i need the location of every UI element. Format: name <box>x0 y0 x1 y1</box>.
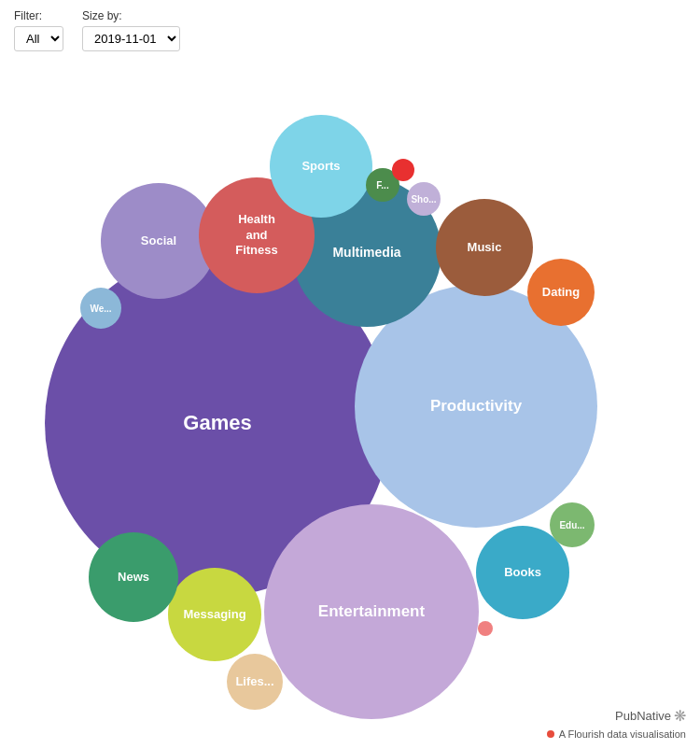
bubble-entertainment[interactable]: Entertainment <box>264 504 479 719</box>
bubble-chart: GamesProductivityEntertainmentMultimedia… <box>0 61 700 742</box>
bubble-label-weather: We... <box>85 298 116 319</box>
pubnative-icon: ❋ <box>674 707 686 725</box>
bubble-small-pink[interactable] <box>478 621 493 636</box>
bubble-sports[interactable]: Sports <box>270 115 372 218</box>
flourish-dot <box>547 730 554 738</box>
flourish-text: A Flourish data visualisation <box>559 728 686 740</box>
bubble-label-lifestyle: Lifes... <box>231 670 278 695</box>
bubble-label-news: News <box>113 565 154 590</box>
flourish-note: A Flourish data visualisation <box>547 728 686 740</box>
bubble-news[interactable]: News <box>89 532 178 622</box>
bubble-weather[interactable]: We... <box>80 288 121 329</box>
filter-group: Filter: All <box>14 9 63 51</box>
bubble-label-finance: F... <box>371 175 393 196</box>
bubble-music[interactable]: Music <box>436 199 533 296</box>
bubble-label-multimedia: Multimedia <box>328 239 405 265</box>
bubble-dating[interactable]: Dating <box>527 259 595 326</box>
bubble-label-dating: Dating <box>538 280 584 305</box>
controls-bar: Filter: All Size by: 2019-11-01 <box>0 0 700 61</box>
bubble-label-games: Games <box>178 405 256 442</box>
bubble-label-music: Music <box>463 235 507 261</box>
size-group: Size by: 2019-11-01 <box>82 9 180 51</box>
pubnative-text: PubNative <box>615 709 671 723</box>
bubble-label-productivity: Productivity <box>426 391 526 421</box>
bubble-messaging[interactable]: Messaging <box>168 568 261 661</box>
size-select[interactable]: 2019-11-01 <box>82 26 180 51</box>
bubble-small-red[interactable] <box>392 159 414 181</box>
bubble-label-shopping: Sho... <box>406 189 441 210</box>
bubble-label-entertainment: Entertainment <box>314 597 429 627</box>
bubble-label-education: Edu... <box>554 515 589 536</box>
size-label: Size by: <box>82 9 180 22</box>
pubnative-logo: PubNative ❋ <box>615 707 686 725</box>
bubble-label-social: Social <box>136 229 181 254</box>
filter-label: Filter: <box>14 9 63 22</box>
bubble-label-messaging: Messaging <box>178 602 250 628</box>
filter-select[interactable]: All <box>14 26 63 51</box>
bubble-label-health-fitness: HealthandFitness <box>231 207 283 264</box>
bubble-label-sports: Sports <box>297 154 344 179</box>
bubble-education[interactable]: Edu... <box>550 502 595 547</box>
bubble-lifestyle[interactable]: Lifes... <box>227 654 283 710</box>
bubble-shopping[interactable]: Sho... <box>407 182 441 216</box>
footer: PubNative ❋ A Flourish data visualisatio… <box>547 707 686 740</box>
bubble-label-books: Books <box>499 560 546 586</box>
